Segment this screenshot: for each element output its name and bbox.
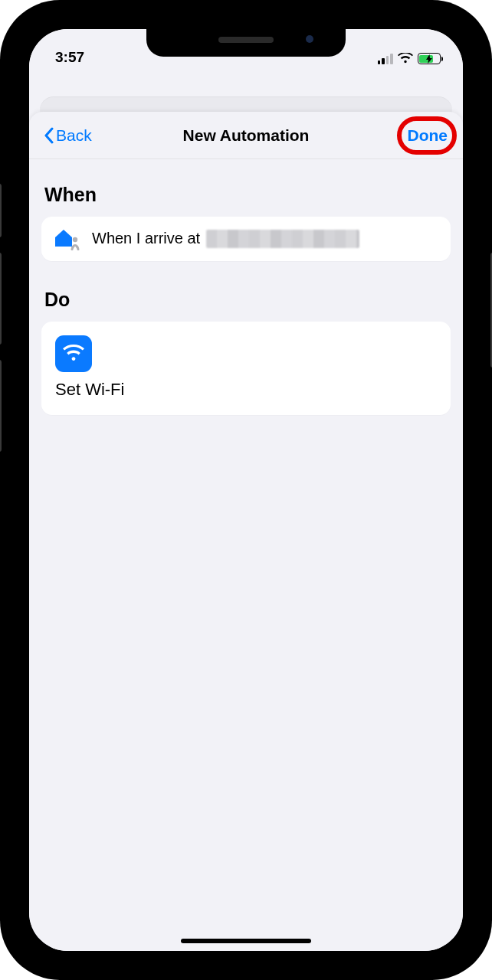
volume-down-button bbox=[0, 360, 2, 452]
speaker-grille bbox=[218, 37, 274, 43]
back-button[interactable]: Back bbox=[43, 126, 92, 145]
arrive-home-icon bbox=[54, 227, 81, 250]
trigger-text: When I arrive at bbox=[92, 230, 359, 249]
notch bbox=[146, 29, 346, 57]
page-title: New Automation bbox=[29, 126, 463, 145]
back-label: Back bbox=[56, 126, 92, 145]
redacted-location bbox=[206, 230, 359, 248]
wifi-action-icon bbox=[55, 335, 92, 372]
content-area: When bbox=[29, 159, 463, 415]
when-trigger-card[interactable]: When I arrive at bbox=[41, 217, 451, 261]
status-right-cluster bbox=[378, 53, 444, 66]
volume-up-button bbox=[0, 253, 2, 345]
status-time: 3:57 bbox=[55, 49, 84, 66]
do-heading: Do bbox=[44, 289, 451, 311]
trigger-prefix: When I arrive at bbox=[92, 230, 205, 247]
done-button[interactable]: Done bbox=[406, 123, 450, 148]
front-camera bbox=[306, 35, 313, 43]
do-action-card[interactable]: Set Wi-Fi bbox=[41, 322, 451, 415]
screen: 3:57 bbox=[29, 29, 463, 951]
action-label: Set Wi-Fi bbox=[55, 380, 437, 400]
chevron-left-icon bbox=[43, 127, 54, 144]
home-indicator[interactable] bbox=[181, 939, 311, 943]
cellular-signal-icon bbox=[378, 54, 393, 64]
mute-switch bbox=[0, 184, 2, 237]
battery-charging-icon bbox=[418, 53, 444, 64]
automation-sheet: Back New Automation Done When bbox=[29, 112, 463, 951]
device-bezel: 3:57 bbox=[15, 15, 477, 965]
device-frame: 3:57 bbox=[0, 0, 492, 980]
when-heading: When bbox=[44, 184, 451, 206]
nav-bar: Back New Automation Done bbox=[29, 112, 463, 159]
svg-point-1 bbox=[73, 237, 77, 242]
wifi-status-icon bbox=[398, 53, 413, 64]
